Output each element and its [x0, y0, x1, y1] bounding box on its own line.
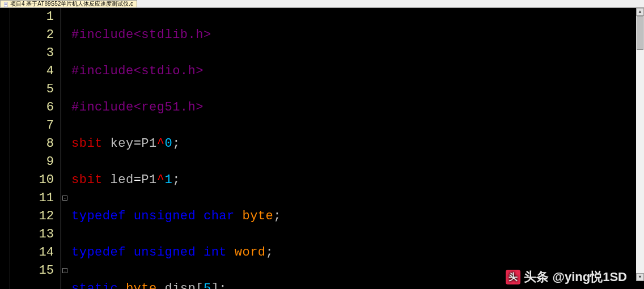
code-line: typedef unsigned int word;	[71, 244, 644, 262]
line-number: 5	[10, 80, 54, 99]
identifier: P1	[141, 137, 156, 151]
margin-left	[0, 8, 10, 289]
keyword: sbit	[71, 137, 103, 151]
operator: ^	[157, 137, 165, 151]
punct: ;	[273, 209, 281, 223]
fold-margin: - -	[61, 8, 69, 289]
identifier: key	[111, 137, 134, 151]
number: 5	[204, 282, 211, 289]
keyword: unsigned	[134, 245, 196, 260]
number: 1	[164, 173, 172, 187]
operator: =	[134, 173, 142, 187]
punct: ;	[172, 137, 180, 151]
line-number: 8	[10, 135, 54, 153]
watermark-text: 头条 @ying悦1SD	[524, 269, 627, 286]
line-number: 2	[10, 26, 54, 44]
svg-rect-2	[5, 4, 7, 5]
scroll-down-arrow-icon[interactable]: ▼	[636, 273, 644, 281]
line-number: 11	[10, 189, 54, 207]
keyword: typedef	[71, 245, 126, 260]
punct: ;	[172, 173, 180, 187]
code-line: #include<stdio.h>	[71, 62, 644, 80]
line-number: 15	[10, 262, 54, 280]
bracket: ]	[211, 282, 219, 289]
line-number: 7	[10, 117, 54, 135]
fold-toggle-icon[interactable]: -	[62, 196, 67, 201]
tab-bar: 项目4 基于AT89S52单片机人体反应速度测试仪.c	[0, 0, 644, 8]
line-number: 12	[10, 207, 54, 226]
number: 0	[164, 137, 172, 151]
fold-toggle-icon[interactable]: -	[62, 268, 67, 273]
operator: ^	[157, 173, 165, 187]
code-line: typedef unsigned char byte;	[71, 207, 644, 226]
code-line: #include<reg51.h>	[71, 99, 644, 117]
svg-rect-1	[5, 3, 7, 3]
type-name: word	[235, 245, 266, 260]
keyword: static	[71, 282, 118, 289]
keyword: int	[204, 245, 227, 260]
identifier: disp	[164, 282, 196, 289]
bracket: [	[196, 282, 204, 289]
code-line: #include<stdlib.h>	[71, 26, 644, 44]
watermark: 头 头条 @ying悦1SD	[506, 269, 627, 286]
tab-title: 项目4 基于AT89S52单片机人体反应速度测试仪.c	[10, 0, 133, 8]
file-icon	[4, 2, 9, 6]
include-path: <stdlib.h>	[134, 28, 211, 42]
identifier: P1	[141, 173, 156, 187]
punct: ;	[266, 245, 274, 260]
line-number: 6	[10, 99, 54, 117]
preproc-directive: #include	[71, 100, 134, 114]
code-area[interactable]: #include<stdlib.h> #include<stdio.h> #in…	[69, 8, 644, 289]
code-line: sbit led=P1^1;	[71, 171, 644, 189]
code-line: sbit key=P1^0;	[71, 135, 644, 153]
punct: ;	[219, 282, 227, 289]
preproc-directive: #include	[71, 64, 134, 78]
preproc-directive: #include	[71, 28, 134, 42]
line-number: 4	[10, 62, 54, 80]
file-tab[interactable]: 项目4 基于AT89S52单片机人体反应速度测试仪.c	[0, 0, 137, 7]
scroll-up-arrow-icon[interactable]: ▲	[636, 8, 644, 16]
keyword: sbit	[71, 173, 103, 187]
keyword: unsigned	[134, 209, 196, 223]
code-editor: 1 2 3 4 5 6 7 8 9 10 11 12 13 14 15 - - …	[0, 8, 644, 289]
line-number: 13	[10, 226, 54, 244]
line-number-gutter: 1 2 3 4 5 6 7 8 9 10 11 12 13 14 15	[10, 8, 61, 289]
toutiao-icon: 头	[506, 270, 520, 284]
type-name: byte	[126, 282, 157, 289]
line-number: 3	[10, 44, 54, 62]
keyword: typedef	[71, 209, 126, 223]
vertical-scrollbar[interactable]: ▲ ▼	[636, 8, 644, 281]
keyword: char	[204, 209, 235, 223]
type-name: byte	[242, 209, 273, 223]
line-number: 10	[10, 171, 54, 189]
operator: =	[134, 137, 142, 151]
scrollbar-thumb[interactable]	[637, 16, 643, 50]
line-number: 1	[10, 8, 54, 26]
line-number: 9	[10, 153, 54, 171]
include-path: <stdio.h>	[134, 64, 204, 78]
line-number: 14	[10, 244, 54, 262]
include-path: <reg51.h>	[134, 100, 204, 114]
identifier: led	[111, 173, 134, 187]
